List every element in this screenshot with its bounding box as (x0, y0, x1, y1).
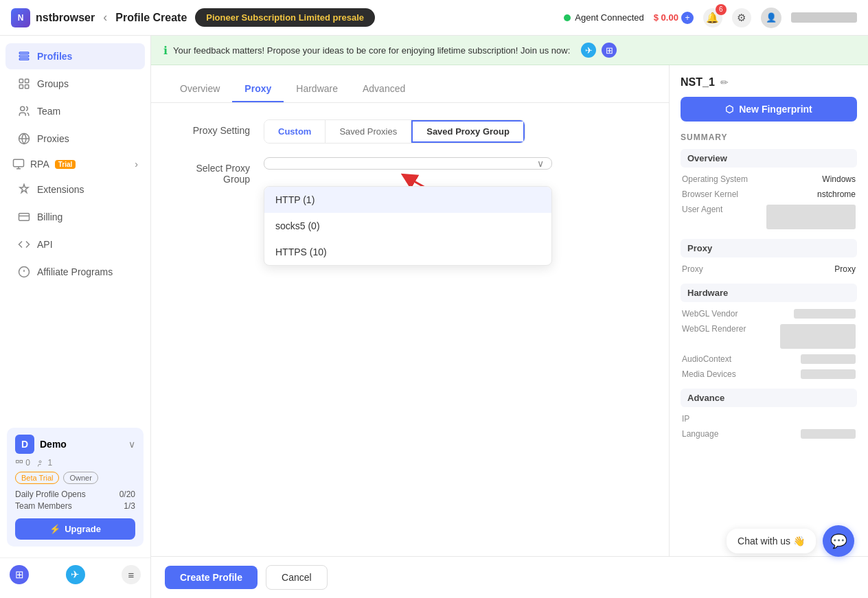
profile-count: 0 (15, 458, 30, 468)
announcement-bar: ℹ Your feedback matters! Propose your id… (151, 36, 868, 65)
summary-os-value: Windows (822, 174, 856, 184)
team-members-label: Team Members (15, 501, 72, 511)
discord-link[interactable]: ⊞ (602, 43, 617, 58)
summary-proxy-section: Proxy Proxy Proxy (681, 239, 857, 277)
settings-icon[interactable]: ⚙ (732, 8, 751, 27)
workspace-name: Demo (40, 439, 67, 450)
proxy-opt-custom[interactable]: Custom (264, 120, 326, 143)
summary-audio-value: ██████ (801, 354, 856, 364)
telegram-link[interactable]: ✈ (581, 43, 596, 58)
chat-button[interactable]: 💬 (823, 525, 854, 557)
sidebar-item-api[interactable]: API (5, 231, 145, 257)
tab-advanced[interactable]: Advanced (350, 76, 418, 102)
profile-content: Overview Proxy Hardware Advanced P (151, 65, 868, 556)
summary-useragent-key: User Agent (682, 205, 722, 214)
proxy-setting-label: Proxy Setting (168, 119, 250, 136)
tab-hardware[interactable]: Hardware (284, 76, 350, 102)
svg-rect-11 (19, 214, 30, 221)
sidebar-item-profiles[interactable]: Profiles (5, 43, 145, 69)
summary-proxy-header: Proxy (681, 239, 857, 257)
summary-webgl-renderer-value: ██████████████ (780, 324, 856, 349)
sidebar-item-billing[interactable]: Billing (5, 204, 145, 230)
edit-profile-name-icon[interactable]: ✏ (720, 77, 729, 88)
agent-status: Agent Connected (564, 12, 643, 23)
fingerprint-icon: ⬡ (725, 104, 733, 115)
tab-proxy[interactable]: Proxy (232, 76, 284, 102)
content-area: ℹ Your feedback matters! Propose your id… (151, 36, 868, 598)
topbar-right: Agent Connected $ 0.00 + 🔔 6 ⚙ 👤 ███████… (564, 8, 857, 28)
proxy-opt-saved-proxies[interactable]: Saved Proxies (326, 120, 411, 143)
summary-useragent-row: User Agent ██████████████ (681, 202, 857, 232)
summary-media-key: Media Devices (682, 369, 736, 379)
sidebar-item-rpa[interactable]: RPA Trial › (0, 152, 150, 176)
summary-ip-key: IP (682, 414, 689, 424)
sidebar-groups-label: Groups (37, 78, 69, 89)
cancel-button[interactable]: Cancel (266, 565, 328, 590)
logo-text: nstbrowser (36, 12, 95, 24)
chat-bubble: Chat with us 👋 (727, 529, 816, 553)
summary-os-key: Operating System (682, 174, 748, 184)
logo-icon: N (11, 8, 30, 27)
summary-useragent-value: ██████████████ (766, 205, 856, 229)
summary-language-value: ████████ (801, 429, 856, 439)
workspace-card: D Demo ∨ 0 1 Beta Trial Owner (7, 428, 144, 547)
bottom-bar: Create Profile Cancel (151, 556, 868, 598)
add-balance-button[interactable]: + (681, 12, 694, 24)
summary-hardware-header: Hardware (681, 284, 857, 302)
sidebar-item-groups[interactable]: Groups (5, 71, 145, 97)
workspace-header: D Demo ∨ (15, 435, 135, 454)
svg-rect-17 (20, 460, 23, 463)
summary-webgl-vendor-value: ██████████ (794, 309, 856, 319)
telegram-footer-icon[interactable]: ✈ (66, 565, 85, 584)
profile-name: NST_1 (681, 76, 715, 89)
summary-proxy-row: Proxy Proxy (681, 262, 857, 277)
svg-point-18 (39, 461, 41, 463)
sidebar-item-team[interactable]: Team (5, 98, 145, 124)
svg-rect-5 (19, 85, 23, 89)
tabs-bar: Overview Proxy Hardware Advanced (151, 65, 669, 103)
svg-rect-6 (25, 85, 29, 89)
username-blurred: ██████████ (791, 12, 857, 23)
sidebar-proxies-label: Proxies (37, 133, 69, 144)
workspace-avatar: D (15, 435, 34, 454)
proxies-icon (18, 133, 30, 145)
upgrade-button[interactable]: ⚡ Upgrade (15, 518, 135, 540)
summary-hardware-section: Hardware WebGL Vendor ██████████ WebGL R… (681, 284, 857, 382)
workspace-chevron-icon[interactable]: ∨ (128, 439, 135, 450)
new-fingerprint-button[interactable]: ⬡ New Fingerprint (681, 97, 857, 122)
sidebar-item-affiliate[interactable]: Affiliate Programs (5, 259, 145, 285)
proxy-opt-saved-proxy-group[interactable]: Saved Proxy Group (411, 120, 525, 143)
back-button[interactable]: ‹ (103, 10, 107, 25)
notification-bell[interactable]: 🔔 6 (703, 8, 722, 27)
select-arrow-icon: ∨ (537, 158, 544, 169)
summary-advanced-header: Advance (681, 389, 857, 407)
dropdown-item-http[interactable]: HTTP (1) (264, 187, 551, 213)
select-proxy-group-box[interactable]: ∨ (264, 157, 552, 170)
tab-overview[interactable]: Overview (168, 76, 232, 102)
sidebar-item-proxies[interactable]: Proxies (5, 126, 145, 152)
main-layout: Profiles Groups Team Proxies RPA Trial (0, 36, 868, 598)
sidebar-footer: ⊞ ✈ ≡ (0, 557, 150, 591)
avatar[interactable]: 👤 (761, 8, 781, 28)
proxy-setting-row: Proxy Setting Custom Saved Proxies Saved… (168, 119, 652, 143)
proxy-options: Custom Saved Proxies Saved Proxy Group (264, 119, 525, 143)
create-profile-button[interactable]: Create Profile (165, 566, 258, 589)
summary-title: SUMMARY (681, 133, 857, 142)
summary-overview-header: Overview (681, 149, 857, 168)
dropdown-item-socks5[interactable]: socks5 (0) (264, 213, 551, 239)
svg-rect-16 (16, 460, 19, 463)
sidebar-item-extensions[interactable]: Extensions (5, 176, 145, 203)
sidebar-billing-label: Billing (37, 211, 62, 222)
promo-button[interactable]: Pioneer Subscription Limited presale (195, 8, 375, 27)
team-members-row: Team Members 1/3 (15, 501, 135, 511)
dropdown-item-https[interactable]: HTTPS (10) (264, 239, 551, 265)
agent-status-dot (564, 14, 571, 21)
menu-icon[interactable]: ≡ (122, 565, 141, 584)
summary-webgl-vendor-row: WebGL Vendor ██████████ (681, 306, 857, 321)
svg-rect-2 (19, 58, 29, 60)
daily-profile-opens-label: Daily Profile Opens (15, 490, 86, 499)
summary-proxy-key: Proxy (682, 264, 703, 274)
chat-widget: Chat with us 👋 💬 (727, 525, 854, 557)
discord-footer-icon[interactable]: ⊞ (10, 565, 29, 584)
proxy-group-dropdown: HTTP (1) socks5 (0) HTTPS (10) (264, 186, 552, 266)
